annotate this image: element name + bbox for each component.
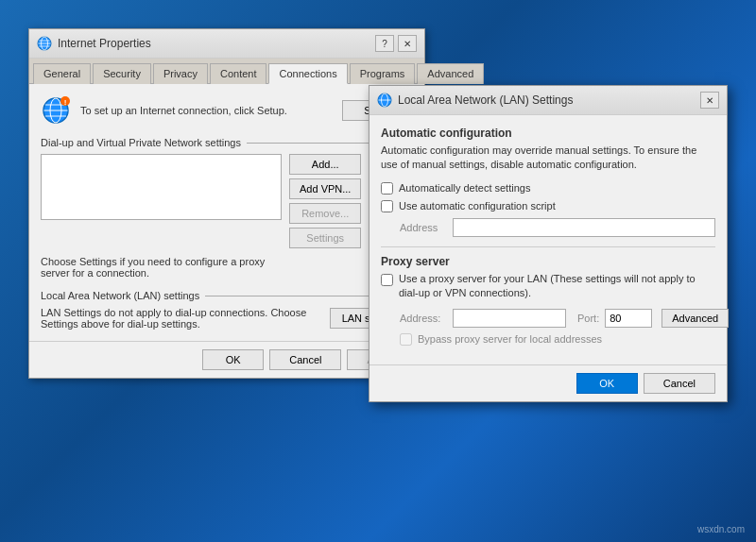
svg-text:!: !: [64, 98, 67, 107]
tab-general[interactable]: General: [33, 63, 91, 84]
lan-dialog-title: Local Area Network (LAN) Settings: [398, 93, 573, 107]
vpn-row: Add... Add VPN... Remove... Settings: [41, 154, 413, 248]
dialog-bottom-buttons: OK Cancel Apply: [29, 341, 424, 378]
lan-section-header: Local Area Network (LAN) settings: [41, 290, 413, 301]
proxy-checkbox-label: Use a proxy server for your LAN (These s…: [399, 272, 715, 301]
auto-script-checkbox[interactable]: [381, 200, 393, 212]
help-button[interactable]: ?: [375, 35, 394, 52]
tabs-bar: General Security Privacy Content Connect…: [29, 59, 424, 84]
titlebar-left: Internet Properties: [37, 36, 151, 51]
auto-detect-label: Automatically detect settings: [399, 182, 530, 194]
setup-row: ! To set up an Internet connection, clic…: [41, 95, 413, 126]
internet-properties-titlebar: Internet Properties ? ✕: [29, 29, 424, 59]
auto-detect-row: Automatically detect settings: [381, 182, 715, 195]
vpn-buttons: Add... Add VPN... Remove... Settings: [289, 154, 361, 248]
globe-icon: !: [41, 95, 71, 126]
proxy-checkbox-row: Use a proxy server for your LAN (These s…: [381, 272, 715, 301]
cancel-button[interactable]: Cancel: [269, 349, 341, 370]
auto-script-row: Use automatic configuration script: [381, 200, 715, 212]
lan-settings-dialog: Local Area Network (LAN) Settings ✕ Auto…: [369, 85, 728, 402]
lan-row: LAN Settings do not apply to dial-up con…: [41, 307, 413, 330]
lan-titlebar: Local Area Network (LAN) Settings ✕: [369, 86, 727, 115]
dialup-list[interactable]: [41, 154, 282, 220]
lan-titlebar-left: Local Area Network (LAN) Settings: [377, 93, 573, 108]
address-label: Address: [400, 222, 447, 233]
auto-script-label: Use automatic configuration script: [399, 200, 556, 212]
auto-detect-checkbox[interactable]: [381, 182, 393, 195]
port-label: Port:: [577, 313, 599, 324]
advanced-proxy-button[interactable]: Advanced: [662, 309, 729, 328]
internet-properties-icon: [37, 36, 52, 51]
auto-address-row: Address: [400, 218, 715, 237]
proxy-addr-row: Address: Port: Advanced: [400, 309, 715, 328]
setup-description: To set up an Internet connection, click …: [80, 105, 333, 116]
tab-content[interactable]: Content: [210, 63, 267, 84]
lan-ok-button[interactable]: OK: [576, 373, 638, 394]
ok-button[interactable]: OK: [202, 349, 264, 370]
lan-description: LAN Settings do not apply to dial-up con…: [41, 307, 322, 330]
bypass-label: Bypass proxy server for local addresses: [418, 333, 602, 345]
tab-privacy[interactable]: Privacy: [153, 63, 208, 84]
section-divider: [381, 246, 715, 247]
bypass-checkbox[interactable]: [400, 333, 412, 346]
proxy-checkbox[interactable]: [381, 274, 393, 286]
lan-dialog-icon: [377, 93, 392, 108]
auto-config-desc: Automatic configuration may override man…: [381, 144, 715, 173]
lan-cancel-button[interactable]: Cancel: [644, 373, 715, 394]
lan-section: Local Area Network (LAN) settings LAN Se…: [41, 290, 413, 330]
tab-connections[interactable]: Connections: [268, 63, 347, 84]
proxy-help-text: Choose Settings if you need to configure…: [41, 256, 282, 279]
tab-security[interactable]: Security: [93, 63, 151, 84]
tab-programs[interactable]: Programs: [350, 63, 416, 84]
lan-dialog-bottom: OK Cancel: [369, 364, 727, 401]
dialup-section-header: Dial-up and Virtual Private Network sett…: [41, 137, 413, 148]
internet-properties-title: Internet Properties: [58, 37, 151, 50]
lan-dialog-content: Automatic configuration Automatic config…: [369, 115, 727, 364]
proxy-address-input[interactable]: [453, 309, 566, 328]
close-button[interactable]: ✕: [398, 35, 417, 52]
tab-advanced[interactable]: Advanced: [417, 63, 484, 84]
add-button[interactable]: Add...: [289, 154, 361, 175]
lan-close-button[interactable]: ✕: [700, 92, 719, 109]
proxy-address-label: Address:: [400, 313, 447, 324]
dialog-content: ! To set up an Internet connection, clic…: [29, 84, 424, 341]
address-input[interactable]: [453, 218, 715, 237]
port-input[interactable]: [605, 309, 652, 328]
bypass-row: Bypass proxy server for local addresses: [400, 333, 715, 346]
proxy-section-title: Proxy server: [381, 255, 715, 268]
titlebar-buttons: ? ✕: [375, 35, 417, 52]
settings-button[interactable]: Settings: [289, 228, 361, 248]
watermark: wsxdn.com: [697, 524, 745, 534]
internet-properties-dialog: Internet Properties ? ✕ General Security…: [28, 28, 425, 379]
auto-config-title: Automatic configuration: [381, 127, 715, 140]
add-vpn-button[interactable]: Add VPN...: [289, 178, 361, 199]
remove-button[interactable]: Remove...: [289, 203, 361, 224]
